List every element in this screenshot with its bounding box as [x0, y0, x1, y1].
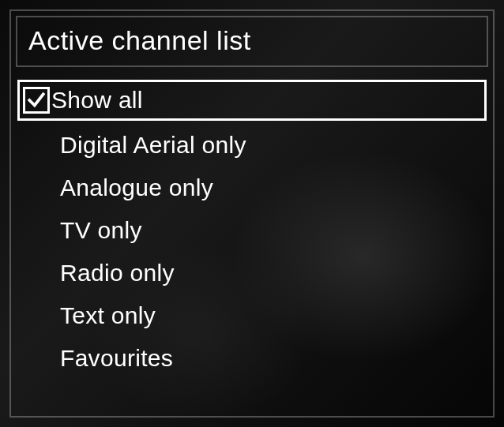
list-item-label: Radio only — [60, 260, 175, 287]
list-item-favourites[interactable]: Favourites — [17, 340, 487, 376]
list-item-tv-only[interactable]: TV only — [17, 212, 487, 249]
list-item-digital-aerial[interactable]: Digital Aerial only — [17, 127, 487, 163]
list-item-text-only[interactable]: Text only — [17, 298, 487, 334]
menu-container: Active channel list Show all Digital Aer… — [9, 9, 495, 418]
title-box: Active channel list — [16, 16, 488, 67]
list-item-label: Analogue only — [60, 174, 213, 201]
list-item-label: TV only — [60, 217, 142, 244]
list-item-label: Favourites — [60, 345, 173, 372]
list-item-label: Digital Aerial only — [60, 132, 246, 159]
page-title: Active channel list — [28, 25, 476, 56]
checkbox-show-all[interactable] — [23, 87, 50, 114]
list-item-analogue[interactable]: Analogue only — [17, 170, 487, 206]
list-item-radio-only[interactable]: Radio only — [17, 255, 487, 291]
list-item-label: Show all — [51, 87, 143, 114]
check-icon — [26, 90, 47, 110]
channel-filter-list: Show all Digital Aerial only Analogue on… — [16, 80, 488, 376]
list-item-show-all[interactable]: Show all — [17, 80, 487, 121]
list-item-label: Text only — [60, 302, 156, 329]
